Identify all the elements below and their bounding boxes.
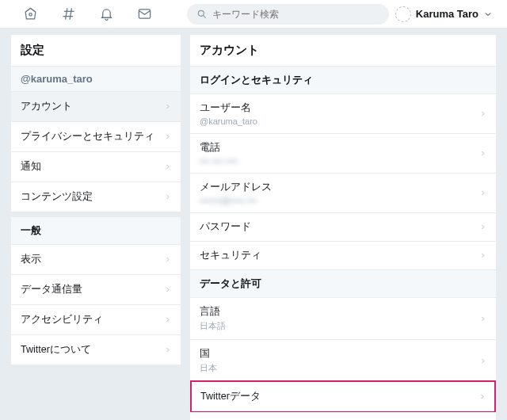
chevron-right-icon xyxy=(164,162,171,172)
search-box[interactable] xyxy=(187,4,389,25)
settings-row[interactable]: ユーザー名@karuma_taro xyxy=(190,94,496,133)
chevron-right-icon xyxy=(479,109,486,119)
settings-row[interactable]: 電話••• •••• •••• xyxy=(190,133,496,173)
settings-row[interactable]: アプリとセッション xyxy=(190,412,496,420)
explore-icon[interactable] xyxy=(60,6,76,22)
chevron-right-icon xyxy=(164,345,171,355)
svg-point-0 xyxy=(29,13,31,16)
chevron-right-icon xyxy=(479,250,486,261)
settings-row-label: パスワード xyxy=(200,220,251,234)
section-login-security: ログインとセキュリティ xyxy=(190,66,496,94)
settings-row-label: 国 xyxy=(200,347,217,361)
main-panel: アカウント ログインとセキュリティ ユーザー名@karuma_taro電話•••… xyxy=(190,35,496,420)
sidebar-item-label: データ通信量 xyxy=(21,283,82,296)
settings-row[interactable]: 国日本 xyxy=(190,339,496,381)
sidebar-item-label: アクセシビリティ xyxy=(21,313,103,326)
main-title: アカウント xyxy=(190,35,496,66)
sidebar-item[interactable]: データ通信量 xyxy=(11,274,181,304)
settings-row-label: メールアドレス xyxy=(200,181,272,194)
chevron-right-icon xyxy=(164,284,171,295)
settings-row[interactable]: セキュリティ xyxy=(190,241,496,269)
sidebar-item-label: コンテンツ設定 xyxy=(21,190,93,204)
svg-line-3 xyxy=(65,8,67,19)
messages-icon[interactable] xyxy=(136,6,152,22)
search-icon xyxy=(196,9,208,20)
settings-row-value: 日本語 xyxy=(200,320,226,332)
settings-row[interactable]: Twitterデータ xyxy=(190,380,496,413)
settings-row-value: 日本 xyxy=(200,362,217,374)
settings-row-label: 言語 xyxy=(200,305,226,319)
home-icon[interactable] xyxy=(22,6,38,22)
settings-row-value: •••••••@•••••.••• xyxy=(200,196,272,205)
settings-row-value: ••• •••• •••• xyxy=(200,156,238,166)
chevron-right-icon xyxy=(164,315,171,325)
sidebar-title: 設定 xyxy=(11,35,181,66)
settings-row-value: @karuma_taro xyxy=(200,116,257,126)
sidebar-item-label: プライバシーとセキュリティ xyxy=(21,130,154,143)
settings-row-label: ユーザー名 xyxy=(200,101,257,115)
avatar-placeholder-icon xyxy=(395,6,411,22)
user-display-name: Karuma Taro xyxy=(416,8,478,20)
chevron-right-icon xyxy=(479,314,486,324)
svg-point-6 xyxy=(198,10,204,16)
svg-rect-5 xyxy=(139,10,150,18)
chevron-right-icon xyxy=(479,356,486,366)
sidebar-item[interactable]: Twitterについて xyxy=(11,334,181,365)
sidebar-username: @karuma_taro xyxy=(11,66,181,91)
settings-row[interactable]: パスワード xyxy=(190,212,496,241)
sidebar-item[interactable]: 表示 xyxy=(11,244,181,274)
settings-row[interactable]: 言語日本語 xyxy=(190,297,496,339)
chevron-right-icon xyxy=(164,254,171,265)
sidebar-item[interactable]: アカウント xyxy=(11,91,181,121)
svg-line-7 xyxy=(203,15,205,17)
sidebar-item-label: Twitterについて xyxy=(21,343,91,357)
notifications-icon[interactable] xyxy=(98,6,114,22)
svg-line-4 xyxy=(70,8,71,19)
settings-row-label: Twitterデータ xyxy=(200,390,261,403)
settings-row-label: セキュリティ xyxy=(200,249,261,262)
content-area: 設定 @karuma_taro アカウントプライバシーとセキュリティ通知コンテン… xyxy=(0,29,507,420)
chevron-right-icon xyxy=(479,188,486,198)
user-menu[interactable]: Karuma Taro xyxy=(395,6,497,22)
sidebar-item-label: 表示 xyxy=(21,253,41,266)
chevron-right-icon xyxy=(479,222,486,232)
sidebar-general-header: 一般 xyxy=(11,216,181,244)
sidebar-item[interactable]: プライバシーとセキュリティ xyxy=(11,121,181,151)
nav-icon-group xyxy=(10,6,152,22)
settings-row-label: 電話 xyxy=(200,141,238,155)
sidebar-item-label: アカウント xyxy=(21,100,72,113)
chevron-right-icon xyxy=(478,391,486,402)
settings-sidebar: 設定 @karuma_taro アカウントプライバシーとセキュリティ通知コンテン… xyxy=(11,35,181,420)
sidebar-item-label: 通知 xyxy=(21,160,41,174)
sidebar-item[interactable]: コンテンツ設定 xyxy=(11,181,181,212)
search-input[interactable] xyxy=(212,9,379,20)
chevron-right-icon xyxy=(164,101,171,112)
sidebar-item[interactable]: 通知 xyxy=(11,151,181,181)
top-navbar: Karuma Taro xyxy=(0,0,507,29)
section-data-permissions: データと許可 xyxy=(190,269,496,297)
chevron-right-icon xyxy=(164,132,171,142)
sidebar-item[interactable]: アクセシビリティ xyxy=(11,304,181,334)
settings-row[interactable]: メールアドレス•••••••@•••••.••• xyxy=(190,173,496,212)
chevron-right-icon xyxy=(164,192,171,202)
chevron-right-icon xyxy=(479,148,486,158)
chevron-down-icon xyxy=(483,10,493,19)
